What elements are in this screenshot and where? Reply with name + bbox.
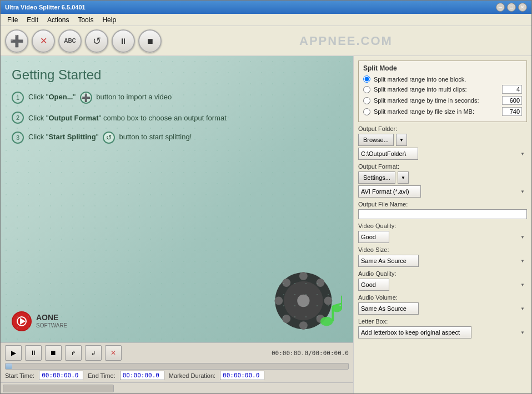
duration-label: Marked Duration:: [169, 372, 215, 379]
split-one-block-radio[interactable]: [363, 75, 370, 83]
maximize-button[interactable]: □: [507, 3, 516, 12]
output-folder-label: Output Folder:: [358, 125, 527, 132]
output-folder-group: Output Folder: Browse... ▼ C:\OutputFold…: [358, 125, 527, 160]
output-folder-dropdown-btn[interactable]: ▼: [396, 134, 407, 146]
split-multi-clips-row: Split marked range into multi clips:: [363, 85, 522, 94]
split-mode-group: Split Mode Split marked range into one b…: [358, 60, 527, 122]
abc-button[interactable]: ABC: [58, 29, 82, 53]
stop-button[interactable]: ⏹: [138, 29, 162, 53]
video-size-group: Video Size: Same As Source Custom: [358, 246, 527, 267]
play-button[interactable]: ▶: [5, 345, 22, 361]
mark-out-button[interactable]: ↲: [85, 345, 102, 361]
mark-in-button[interactable]: ↱: [65, 345, 82, 361]
getting-started-title: Getting Started: [12, 67, 227, 83]
menu-help[interactable]: Help: [98, 15, 121, 25]
transport-pause-button[interactable]: ⏸: [25, 345, 42, 361]
output-format-select[interactable]: AVI Format (*.avi): [358, 185, 421, 198]
settings-button[interactable]: Settings...: [358, 171, 395, 184]
getting-started: Getting Started 1 Click "Open..." ➕ butt…: [12, 67, 227, 151]
start-time-input[interactable]: [39, 371, 83, 380]
start-time-label: Start Time:: [5, 372, 34, 379]
menu-actions[interactable]: Actions: [43, 15, 73, 25]
letter-box-label: Letter Box:: [358, 318, 527, 325]
step-1: 1 Click "Open..." ➕ button to import a v…: [12, 92, 227, 104]
svg-point-5: [274, 297, 283, 305]
pause-button[interactable]: ⏸: [112, 29, 135, 53]
toolbar: ➕ ✕ ABC ↺ ⏸ ⏹ APPNEE.COM: [1, 26, 531, 56]
window-title: Ultra Video Splitter 6.5.0401: [5, 4, 86, 11]
start-split-button[interactable]: ↺: [85, 29, 108, 53]
time-display: 00:00:00.0/00:00:00.0: [272, 350, 349, 357]
output-filename-label: Output File Name:: [358, 201, 527, 208]
menu-tools[interactable]: Tools: [73, 15, 98, 25]
delete-button[interactable]: ✕: [105, 345, 122, 361]
timeline-scrubber[interactable]: [5, 363, 349, 370]
letter-box-select[interactable]: Add letterbox to keep original aspect No…: [358, 326, 471, 339]
output-folder-select[interactable]: C:\OutputFolder\: [358, 148, 418, 160]
split-by-time-row: Split marked range by time in seconds:: [363, 96, 522, 105]
split-by-size-radio[interactable]: [363, 108, 370, 115]
step-3-num: 3: [12, 132, 24, 144]
output-format-label: Output Format:: [358, 163, 527, 170]
open-button[interactable]: ➕: [5, 29, 28, 53]
split-by-size-row: Split marked range by file size in MB:: [363, 107, 522, 116]
minimize-button[interactable]: ─: [496, 3, 505, 12]
brand-name: AONE: [36, 313, 67, 322]
left-panel: Getting Started 1 Click "Open..." ➕ butt…: [1, 56, 354, 393]
audio-quality-group: Audio Quality: Good Better Best: [358, 270, 527, 291]
letter-box-group: Letter Box: Add letterbox to keep origin…: [358, 318, 527, 339]
split-by-time-radio[interactable]: [363, 97, 370, 104]
browse-button[interactable]: Browse...: [358, 134, 394, 146]
audio-quality-select[interactable]: Good Better Best: [358, 279, 389, 291]
step-2-num: 2: [12, 112, 24, 124]
bottom-bar: [1, 382, 353, 393]
step-1-num: 1: [12, 92, 24, 104]
step-1-text: Click "Open..." ➕ button to import a vid…: [28, 92, 172, 104]
audio-volume-group: Audio Volume: Same As Source Custom: [358, 294, 527, 315]
menu-file[interactable]: File: [3, 15, 22, 25]
split-multi-clips-radio[interactable]: [363, 86, 370, 93]
video-quality-select[interactable]: Good Better Best: [358, 231, 389, 243]
split-by-time-input[interactable]: [502, 96, 522, 105]
duration-input[interactable]: [220, 371, 264, 380]
brand-text: AONE SOFTWARE: [36, 313, 67, 330]
svg-point-9: [282, 315, 290, 323]
split-by-time-label: Split marked range by time in seconds:: [374, 97, 499, 104]
audio-quality-label: Audio Quality:: [358, 270, 527, 277]
svg-point-6: [324, 297, 333, 305]
menu-edit[interactable]: Edit: [22, 15, 43, 25]
brand-logo: AONE SOFTWARE: [12, 311, 67, 331]
close-window-button[interactable]: ✕: [518, 3, 527, 12]
right-panel: Split Mode Split marked range into one b…: [354, 56, 531, 393]
video-area: Getting Started 1 Click "Open..." ➕ butt…: [1, 56, 353, 342]
output-format-btn-row: Settings... ▼: [358, 171, 527, 184]
video-size-select[interactable]: Same As Source Custom: [358, 255, 419, 267]
transport-bar: ▶ ⏸ ⏹ ↱ ↲ ✕ 00:00:00.0/00:00:00.0 Start …: [1, 342, 353, 382]
transport-stop-button[interactable]: ⏹: [45, 345, 62, 361]
split-by-size-input[interactable]: [502, 107, 522, 116]
video-size-label: Video Size:: [358, 246, 527, 253]
timeline-fill: [6, 363, 12, 369]
window-controls: ─ □ ✕: [496, 3, 527, 12]
end-time-input[interactable]: [120, 371, 164, 380]
step-2: 2 Click "Output Format" combo box to cho…: [12, 112, 227, 124]
split-one-block-label: Split marked range into one block.: [374, 76, 522, 83]
audio-volume-label: Audio Volume:: [358, 294, 527, 301]
svg-point-2: [297, 295, 309, 307]
split-by-size-label: Split marked range by file size in MB:: [374, 108, 499, 115]
audio-volume-select[interactable]: Same As Source Custom: [358, 302, 419, 315]
split-multi-clips-input[interactable]: [502, 85, 522, 94]
close-button[interactable]: ✕: [32, 29, 55, 53]
output-filename-input[interactable]: [358, 209, 527, 219]
svg-point-3: [299, 272, 308, 280]
time-info: Start Time: End Time: Marked Duration:: [5, 371, 349, 380]
svg-point-7: [282, 279, 290, 287]
main-content: Getting Started 1 Click "Open..." ➕ butt…: [1, 56, 531, 393]
output-format-dropdown-btn[interactable]: ▼: [398, 171, 409, 184]
end-time-label: End Time:: [88, 372, 116, 379]
video-quality-label: Video Quality:: [358, 223, 527, 229]
output-format-select-row: AVI Format (*.avi): [358, 185, 527, 198]
main-window: Ultra Video Splitter 6.5.0401 ─ □ ✕ File…: [0, 0, 532, 394]
output-folder-input-row: C:\OutputFolder\: [358, 148, 527, 160]
output-folder-row: Browse... ▼: [358, 134, 527, 146]
